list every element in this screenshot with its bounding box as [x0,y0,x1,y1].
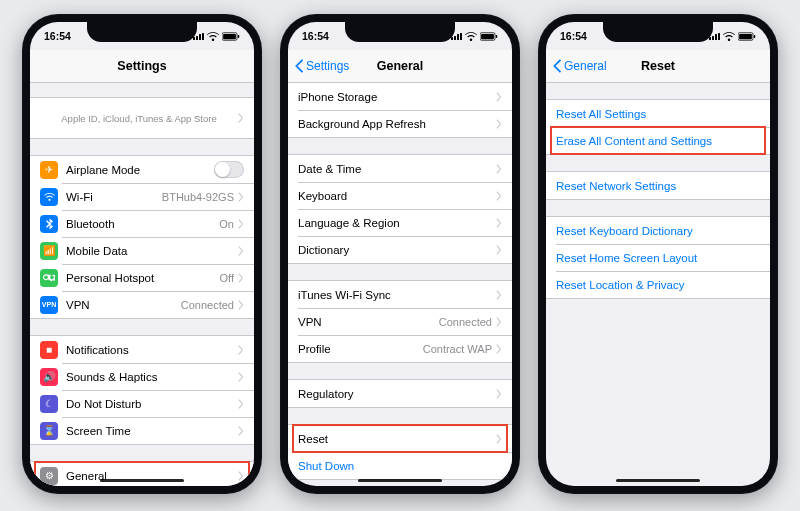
chevron-right-icon [496,434,502,444]
phone-reset: 16:54 General Reset Reset All Settings [538,14,778,494]
hotspot-icon [40,269,58,287]
group-reset-3: Reset Keyboard Dictionary Reset Home Scr… [546,216,770,299]
row-language-region[interactable]: Language & Region [288,209,512,236]
row-wifi[interactable]: Wi-Fi BTHub4-92GS [30,183,254,210]
vpn-icon: VPN [40,296,58,314]
row-label: Keyboard [298,190,496,202]
status-indicators [451,32,498,41]
row-vpn[interactable]: VPN VPN Connected [30,291,254,318]
row-date-time[interactable]: Date & Time [288,155,512,182]
content: iPhone Storage Background App Refresh Da… [288,83,512,486]
row-reset-location-privacy[interactable]: Reset Location & Privacy [546,271,770,298]
row-keyboard[interactable]: Keyboard [288,182,512,209]
row-value: Off [220,272,234,284]
row-iphone-storage[interactable]: iPhone Storage [288,83,512,110]
row-reset[interactable]: Reset [288,425,512,452]
row-reset-home-screen[interactable]: Reset Home Screen Layout [546,244,770,271]
home-indicator[interactable] [100,479,184,482]
status-time: 16:54 [44,30,71,42]
back-button[interactable]: Settings [294,50,349,82]
group-reset-2: Reset Network Settings [546,171,770,200]
row-value: On [219,218,234,230]
row-dnd[interactable]: ☾ Do Not Disturb [30,390,254,417]
airplane-icon: ✈ [40,161,58,179]
row-label: Bluetooth [66,218,219,230]
signin-row[interactable]: Apple ID, iCloud, iTunes & App Store [30,98,254,138]
row-label: Do Not Disturb [66,398,238,410]
battery-icon [738,32,756,41]
chevron-right-icon [496,164,502,174]
antenna-icon: 📶 [40,242,58,260]
phone-settings: 16:54 Settings Apple ID [22,14,262,494]
row-reset-network[interactable]: Reset Network Settings [546,172,770,199]
chevron-right-icon [238,300,244,310]
home-indicator[interactable] [358,479,442,482]
chevron-right-icon [496,389,502,399]
row-bluetooth[interactable]: Bluetooth On [30,210,254,237]
group-reset-1: Reset All Settings Erase All Content and… [546,99,770,155]
wifi-icon [207,32,219,41]
row-airplane-mode[interactable]: ✈ Airplane Mode [30,156,254,183]
row-profile[interactable]: Profile Contract WAP [288,335,512,362]
row-sounds[interactable]: 🔊 Sounds & Haptics [30,363,254,390]
row-dictionary[interactable]: Dictionary [288,236,512,263]
chevron-right-icon [496,191,502,201]
row-personal-hotspot[interactable]: Personal Hotspot Off [30,264,254,291]
back-button[interactable]: General [552,50,607,82]
row-regulatory[interactable]: Regulatory [288,380,512,407]
chevron-right-icon [496,92,502,102]
group-5: Reset Shut Down [288,424,512,480]
row-label: Notifications [66,344,238,356]
row-screen-time[interactable]: ⌛ Screen Time [30,417,254,444]
wifi-icon [465,32,477,41]
chevron-right-icon [496,218,502,228]
chevron-right-icon [238,219,244,229]
row-label: Background App Refresh [298,118,496,130]
chevron-right-icon [238,345,244,355]
row-vpn[interactable]: VPN Connected [288,308,512,335]
status-indicators [193,32,240,41]
chevron-right-icon [238,426,244,436]
back-label: Settings [306,59,349,73]
signin-label: Apple ID, iCloud, iTunes & App Store [40,103,238,134]
chevron-left-icon [294,59,304,73]
row-itunes-wifi-sync[interactable]: iTunes Wi-Fi Sync [288,281,512,308]
row-label: Regulatory [298,388,496,400]
row-reset-all-settings[interactable]: Reset All Settings [546,100,770,127]
content: Apple ID, iCloud, iTunes & App Store ✈ A… [30,83,254,486]
row-general[interactable]: ⚙ General [30,462,254,486]
group-4: Regulatory [288,379,512,408]
sounds-icon: 🔊 [40,368,58,386]
hourglass-icon: ⌛ [40,422,58,440]
chevron-right-icon [496,317,502,327]
battery-icon [222,32,240,41]
row-label: Language & Region [298,217,496,229]
page-title: Settings [117,59,166,73]
battery-icon [480,32,498,41]
row-label: Dictionary [298,244,496,256]
row-reset-keyboard-dictionary[interactable]: Reset Keyboard Dictionary [546,217,770,244]
notch [603,22,713,42]
row-notifications[interactable]: ■ Notifications [30,336,254,363]
home-indicator[interactable] [616,479,700,482]
row-mobile-data[interactable]: 📶 Mobile Data [30,237,254,264]
row-shutdown[interactable]: Shut Down [288,452,512,479]
toggle-airplane[interactable] [214,161,244,178]
row-erase-all[interactable]: Erase All Content and Settings [546,127,770,154]
row-value: Connected [439,316,492,328]
chevron-right-icon [238,113,244,123]
group-signin: Apple ID, iCloud, iTunes & App Store [30,97,254,139]
page-title: General [377,59,424,73]
chevron-right-icon [238,399,244,409]
group-alerts: ■ Notifications 🔊 Sounds & Haptics ☾ Do … [30,335,254,445]
wifi-icon [40,188,58,206]
row-label: Personal Hotspot [66,272,220,284]
row-background-refresh[interactable]: Background App Refresh [288,110,512,137]
row-label: Sounds & Haptics [66,371,238,383]
row-label: Wi-Fi [66,191,162,203]
row-label: Date & Time [298,163,496,175]
svg-rect-4 [481,33,494,38]
row-label: Reset Location & Privacy [556,279,760,291]
content: Reset All Settings Erase All Content and… [546,83,770,486]
svg-rect-8 [754,35,756,38]
